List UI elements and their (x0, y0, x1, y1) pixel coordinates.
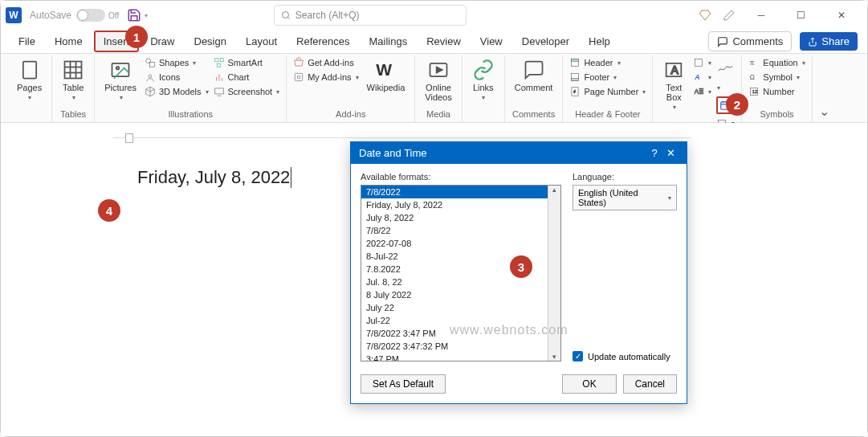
format-option[interactable]: 2022-07-08 (361, 237, 560, 250)
wikipedia-icon: W (374, 59, 397, 81)
tab-layout[interactable]: Layout (238, 32, 285, 51)
svg-text:A: A (695, 73, 700, 81)
titlebar: W AutoSave Off ▾ Search (Alt+Q) ─ ☐ ✕ (1, 1, 867, 30)
pictures-button[interactable]: Pictures▾ (101, 57, 140, 103)
store-icon (293, 57, 304, 68)
tab-references[interactable]: References (288, 32, 357, 51)
set-default-button[interactable]: Set As Default (361, 374, 446, 394)
share-button[interactable]: Share (800, 32, 858, 51)
format-option[interactable]: 8 July 2022 (361, 288, 560, 301)
wordart-button[interactable]: A▾ (693, 71, 711, 83)
get-addins-button[interactable]: Get Add-ins (293, 57, 358, 68)
group-media: Online Videos Media (415, 55, 462, 122)
dialog-titlebar[interactable]: Date and Time ? ✕ (351, 142, 687, 164)
ok-button[interactable]: OK (562, 374, 616, 394)
group-symbols: πEquation▾ ΩSymbol▾ 12Number Symbols (742, 55, 812, 122)
online-videos-button[interactable]: Online Videos (422, 57, 454, 104)
format-option[interactable]: Jul-22 (361, 314, 560, 327)
tab-file[interactable]: File (10, 32, 43, 51)
svg-rect-30 (572, 79, 579, 81)
3d-models-button[interactable]: 3D Models▾ (145, 86, 209, 97)
update-label: Update automatically (588, 352, 670, 361)
tab-home[interactable]: Home (47, 32, 91, 51)
chart-button[interactable]: Chart (214, 71, 280, 83)
icons-icon (145, 71, 156, 83)
format-option[interactable]: July 8, 2022 (361, 211, 560, 224)
maximize-button[interactable]: ☐ (787, 4, 816, 27)
cancel-button[interactable]: Cancel (623, 374, 677, 394)
equation-button[interactable]: πEquation▾ (748, 57, 805, 68)
annotation-badge-3: 3 (510, 255, 532, 278)
svg-text:π: π (750, 59, 755, 67)
search-box[interactable]: Search (Alt+Q) (274, 5, 467, 26)
dialog-help-button[interactable]: ? (646, 147, 662, 159)
screenshot-button[interactable]: Screenshot▾ (214, 86, 280, 97)
smartart-button[interactable]: SmartArt (214, 57, 280, 68)
save-icon[interactable] (127, 8, 141, 22)
format-option[interactable]: July 22 (361, 301, 560, 314)
format-option[interactable]: 3:47 PM (361, 353, 560, 361)
pages-button[interactable]: Pages▾ (14, 57, 45, 103)
save-dropdown-icon[interactable]: ▾ (145, 12, 148, 19)
svg-point-10 (116, 67, 120, 70)
quick-parts-button[interactable]: ▾ (693, 57, 711, 68)
smartart-icon (214, 57, 225, 68)
collapse-ribbon-button[interactable]: ⌄ (813, 100, 836, 122)
page-number-button[interactable]: #Page Number▾ (569, 86, 646, 97)
svg-rect-14 (214, 59, 218, 62)
table-icon (62, 59, 84, 81)
text-box-button[interactable]: A Text Box▾ (659, 57, 688, 112)
signature-button[interactable]: ▾ (716, 57, 735, 93)
tab-draw[interactable]: Draw (142, 32, 182, 51)
svg-text:12: 12 (752, 89, 757, 94)
tab-developer[interactable]: Developer (514, 32, 577, 51)
format-option[interactable]: 7/8/2022 (361, 186, 560, 198)
number-icon: 12 (748, 86, 760, 97)
symbol-button[interactable]: ΩSymbol▾ (748, 71, 805, 83)
tab-view[interactable]: View (472, 32, 511, 51)
link-icon (472, 59, 495, 81)
format-option[interactable]: 7/8/2022 3:47:32 PM (361, 340, 560, 353)
diamond-icon[interactable] (699, 9, 711, 22)
symbol-icon: Ω (748, 71, 760, 83)
tab-help[interactable]: Help (581, 32, 618, 51)
comment-button[interactable]: Comment (511, 57, 556, 94)
pencil-icon[interactable] (723, 9, 736, 22)
icons-button[interactable]: Icons (145, 71, 209, 83)
annotation-badge-4: 4 (98, 199, 120, 222)
header-button[interactable]: Header▾ (569, 57, 646, 68)
number-button[interactable]: 12Number (748, 86, 805, 97)
format-option[interactable]: Jul. 8, 22 (361, 276, 560, 288)
comments-button[interactable]: Comments (708, 31, 792, 51)
svg-rect-20 (214, 88, 223, 94)
ruler-indent-marker[interactable] (125, 133, 133, 143)
format-option[interactable]: Friday, July 8, 2022 (361, 198, 560, 211)
shapes-button[interactable]: Shapes▾ (145, 57, 209, 68)
language-select[interactable]: English (United States) ▾ (573, 185, 677, 210)
links-button[interactable]: Links▾ (469, 57, 498, 103)
svg-point-23 (297, 76, 300, 79)
autosave-toggle[interactable] (76, 9, 105, 22)
dialog-close-button[interactable]: ✕ (662, 147, 679, 159)
document-text[interactable]: Friday, July 8, 2022 (137, 167, 291, 188)
listbox-scrollbar[interactable] (548, 186, 560, 361)
my-addins-button[interactable]: My Add-ins▾ (293, 71, 358, 83)
titlebar-right: ─ ☐ ✕ (699, 4, 862, 27)
dropcap-button[interactable]: A≣▾ (693, 86, 711, 97)
wikipedia-button[interactable]: W Wikipedia (364, 57, 409, 94)
autosave-label: AutoSave (30, 10, 71, 21)
svg-text:A≣: A≣ (695, 88, 704, 96)
formats-listbox[interactable]: 7/8/2022Friday, July 8, 2022July 8, 2022… (361, 185, 561, 361)
format-option[interactable]: 7/8/22 (361, 224, 560, 237)
update-automatically-checkbox[interactable]: ✓ (573, 351, 583, 361)
close-button[interactable]: ✕ (827, 4, 856, 27)
tab-review[interactable]: Review (418, 32, 469, 51)
tab-mailings[interactable]: Mailings (361, 32, 416, 51)
word-app-icon: W (6, 7, 22, 23)
footer-button[interactable]: Footer▾ (569, 71, 646, 83)
table-button[interactable]: Table▾ (59, 57, 88, 103)
tab-design[interactable]: Design (186, 32, 234, 51)
footer-icon (569, 71, 581, 83)
minimize-button[interactable]: ─ (747, 4, 776, 27)
format-option[interactable]: 7/8/2022 3:47 PM (361, 327, 560, 340)
